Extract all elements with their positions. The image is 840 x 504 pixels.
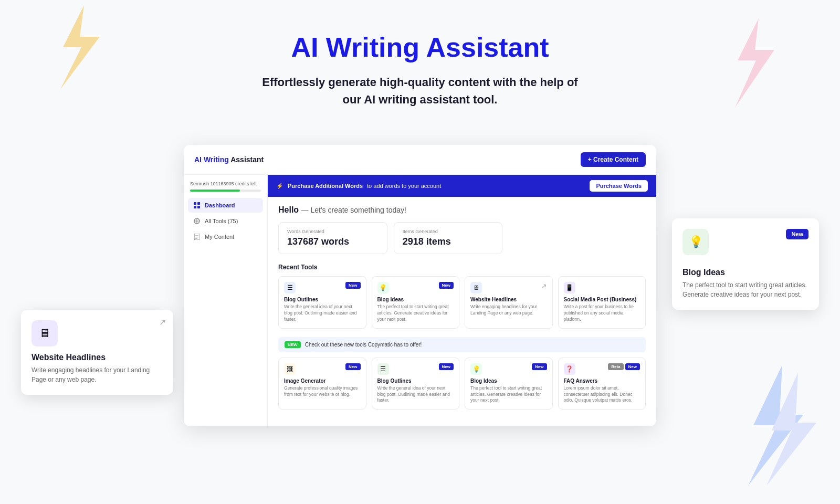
app-logo: AI Writing Assistant [194, 155, 264, 164]
purchase-banner-bold: Purchase Additional Words [288, 183, 363, 189]
sidebar: Semrush 101163905 credits left Dashboard… [184, 175, 268, 426]
new-tools-banner: NEW Check out these new tools Copymatic … [278, 337, 646, 352]
sidebar-item-all-tools[interactable]: All Tools (75) [188, 214, 263, 228]
stats-row: Words Generated 137687 words Items Gener… [278, 222, 646, 254]
tool-card-blog-ideas-2[interactable]: 💡 New Blog Ideas The perfect tool to sta… [465, 358, 553, 410]
app-body: Semrush 101163905 credits left Dashboard… [184, 175, 656, 426]
stat-items-label: Items Generated [403, 229, 494, 234]
tool-desc-faq-answers: Lorem ipsum dolor sit amet, consectetuer… [564, 385, 640, 404]
tool-badge-new: New [345, 282, 360, 289]
new-tools-text: Check out these new tools Copymatic has … [305, 342, 422, 348]
tool-desc-image-generator: Generate professional quality images fro… [284, 385, 361, 398]
svg-rect-3 [197, 206, 200, 208]
sidebar-mycontent-label: My Content [205, 234, 234, 240]
tool-desc-social-media: Write a post for your business to be pub… [564, 304, 640, 323]
stat-words-value: 137687 words [287, 236, 379, 247]
tool-card-blog-ideas[interactable]: 💡 New Blog Ideas The perfect tool to sta… [372, 276, 460, 329]
create-content-button[interactable]: + Create Content [581, 152, 646, 167]
tool-name-blog-ideas-2: Blog Ideas [470, 378, 547, 384]
credits-bar [190, 190, 261, 192]
sidebar-item-dashboard[interactable]: Dashboard [188, 198, 263, 213]
faq-icon: ❓ [564, 363, 575, 375]
main-content: ⚡ Purchase Additional Words to add words… [268, 175, 656, 426]
page-title: AI Writing Assistant [0, 32, 840, 63]
floating-card-blog-ideas: 💡 New Blog Ideas The perfect tool to sta… [672, 218, 819, 310]
tool-name-blog-ideas: Blog Ideas [377, 297, 454, 302]
stat-words-label: Words Generated [287, 229, 379, 234]
credits-bar-fill [190, 190, 240, 192]
tool-name-blog-outlines: Blog Outlines [284, 297, 361, 302]
blog-ideas-2-icon: 💡 [470, 363, 482, 375]
floating-left-desc: Write engaging headlines for your Landin… [32, 365, 163, 384]
tool-name-social-media: Social Media Post (Business) [564, 297, 640, 302]
tool-card-image-generator[interactable]: 🖼 New Image Generator Generate professio… [278, 358, 366, 410]
purchase-banner-text: to add words to your account [367, 183, 441, 189]
tool-desc-blog-outlines-2: Write the general idea of your next blog… [377, 385, 454, 404]
app-header: AI Writing Assistant + Create Content [184, 145, 656, 175]
tool-desc-website-headlines: Write engaging headlines for your Landin… [470, 304, 547, 317]
floating-right-desc: The perfect tool to start writing great … [682, 280, 808, 299]
svg-rect-2 [194, 206, 196, 208]
grid-icon [193, 202, 201, 209]
tool-badge-beta: Beta [608, 363, 623, 370]
tool-badge-faq-new: New [625, 363, 640, 370]
tool-card-faq-answers[interactable]: ❓ Beta New FAQ Answers Lorem ipsum dolor… [558, 358, 646, 410]
stat-card-words: Words Generated 137687 words [278, 222, 387, 254]
arrow-icon: ↗ [159, 317, 166, 327]
sidebar-alltools-label: All Tools (75) [205, 218, 238, 224]
floating-right-title: Blog Ideas [682, 268, 808, 277]
purchase-words-button[interactable]: Purchase Words [590, 180, 648, 192]
stat-items-value: 2918 items [403, 236, 494, 247]
hello-text: Hello — Let's create something today! [278, 205, 646, 215]
mockup-area: ↗ 🖥 Website Headlines Write engaging hea… [0, 145, 840, 426]
tool-name-image-generator: Image Generator [284, 378, 361, 384]
lightning-icon: ⚡ [276, 183, 284, 190]
floating-right-icon: 💡 [682, 229, 709, 255]
tool-name-faq-answers: FAQ Answers [564, 378, 640, 384]
sidebar-dashboard-label: Dashboard [205, 202, 235, 208]
purchase-banner-left: ⚡ Purchase Additional Words to add words… [276, 183, 441, 190]
tool-desc-blog-ideas: The perfect tool to start writing great … [377, 304, 454, 323]
tool-badge-bi2: New [532, 363, 547, 370]
floating-right-badge: New [786, 229, 808, 239]
tool-desc-blog-outlines: Write the general idea of your next blog… [284, 304, 361, 323]
doc-icon [193, 233, 201, 240]
tool-card-social-media[interactable]: 📱 Social Media Post (Business) Write a p… [558, 276, 646, 329]
arrow-icon: ↗ [541, 282, 547, 290]
tool-badge-bo2: New [439, 363, 454, 370]
blog-outlines-2-icon: ☰ [377, 363, 389, 375]
tool-name-website-headlines: Website Headlines [470, 297, 547, 302]
tool-badge-img: New [345, 363, 360, 370]
floating-left-icon: 🖥 [32, 320, 58, 346]
stat-card-items: Items Generated 2918 items [394, 222, 503, 254]
new-tools-grid: 🖼 New Image Generator Generate professio… [278, 358, 646, 410]
blog-ideas-icon: 💡 [377, 282, 389, 293]
purchase-banner: ⚡ Purchase Additional Words to add words… [268, 175, 656, 197]
image-gen-icon: 🖼 [284, 363, 296, 375]
social-media-icon: 📱 [564, 282, 575, 293]
new-badge: NEW [285, 341, 301, 348]
svg-rect-1 [197, 202, 200, 205]
website-headlines-icon: 🖥 [470, 282, 482, 293]
tool-card-blog-outlines-2[interactable]: ☰ New Blog Outlines Write the general id… [372, 358, 460, 410]
tool-card-blog-outlines[interactable]: ☰ New Blog Outlines Write the general id… [278, 276, 366, 329]
hero-section: AI Writing Assistant Effortlessly genera… [0, 0, 840, 129]
tool-desc-blog-ideas-2: The perfect tool to start writing great … [470, 385, 547, 404]
tool-badge-new-2: New [439, 282, 454, 289]
floating-card-website-headlines: ↗ 🖥 Website Headlines Write engaging hea… [21, 310, 173, 395]
tool-name-blog-outlines-2: Blog Outlines [377, 378, 454, 384]
tool-card-website-headlines[interactable]: 🖥 ↗ Website Headlines Write engaging hea… [465, 276, 553, 329]
hero-subtitle: Effortlessly generate high-quality conte… [236, 74, 604, 108]
dashboard-content: Hello — Let's create something today! Wo… [268, 197, 656, 426]
credits-label: Semrush 101163905 credits left [188, 181, 263, 186]
blog-outlines-icon: ☰ [284, 282, 296, 293]
floating-left-title: Website Headlines [32, 353, 163, 362]
svg-rect-0 [194, 202, 196, 205]
recent-tools-grid: ☰ New Blog Outlines Write the general id… [278, 276, 646, 329]
sidebar-item-my-content[interactable]: My Content [188, 229, 263, 244]
recent-tools-title: Recent Tools [278, 264, 646, 271]
tools-icon [193, 217, 201, 225]
app-window: AI Writing Assistant + Create Content Se… [184, 145, 656, 426]
